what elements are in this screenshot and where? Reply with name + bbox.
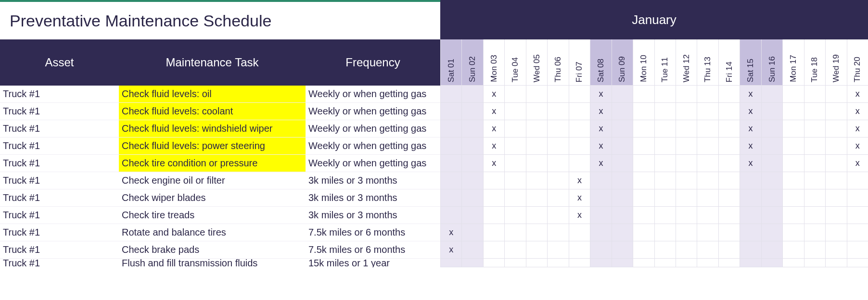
schedule-cell[interactable] [526,86,547,103]
schedule-cell[interactable] [547,103,568,120]
schedule-cell[interactable] [569,224,590,241]
schedule-cell[interactable] [740,241,761,259]
cell-task[interactable]: Check fluid levels: power steering [119,138,306,155]
schedule-cell[interactable] [569,259,590,267]
schedule-cell[interactable] [612,172,633,189]
cell-freq[interactable]: Weekly or when getting gas [306,138,440,155]
schedule-cell[interactable] [483,241,504,259]
schedule-cell[interactable] [461,224,483,241]
schedule-cell[interactable] [825,138,846,155]
schedule-cell[interactable] [697,138,718,155]
schedule-cell[interactable] [633,120,654,138]
schedule-cell[interactable] [612,103,633,120]
schedule-cell[interactable] [718,241,740,259]
schedule-cell[interactable] [761,241,782,259]
schedule-cell[interactable]: x [569,172,590,189]
schedule-cell[interactable] [804,259,825,267]
cell-asset[interactable]: Truck #1 [0,120,119,138]
schedule-cell[interactable] [654,86,676,103]
schedule-cell[interactable] [676,120,697,138]
schedule-cell[interactable] [825,241,846,259]
schedule-cell[interactable] [761,138,782,155]
schedule-cell[interactable] [654,259,676,267]
schedule-cell[interactable] [612,155,633,172]
schedule-cell[interactable] [804,155,825,172]
schedule-cell[interactable] [612,86,633,103]
schedule-cell[interactable] [461,120,483,138]
schedule-cell[interactable] [782,207,804,224]
schedule-cell[interactable] [782,120,804,138]
schedule-cell[interactable] [547,138,568,155]
schedule-cell[interactable] [526,138,547,155]
schedule-cell[interactable] [440,172,461,189]
cell-freq[interactable]: 15k miles or 1 year [306,259,440,267]
schedule-cell[interactable] [547,86,568,103]
schedule-cell[interactable] [654,172,676,189]
schedule-cell[interactable] [825,224,846,241]
schedule-cell[interactable] [718,138,740,155]
schedule-cell[interactable] [590,224,611,241]
schedule-cell[interactable]: x [590,120,611,138]
schedule-cell[interactable] [547,224,568,241]
cell-asset[interactable]: Truck #1 [0,259,119,267]
schedule-cell[interactable] [654,155,676,172]
schedule-cell[interactable] [804,103,825,120]
schedule-cell[interactable] [654,138,676,155]
schedule-cell[interactable] [782,224,804,241]
schedule-cell[interactable]: x [483,138,504,155]
schedule-cell[interactable] [654,103,676,120]
schedule-cell[interactable] [504,138,525,155]
schedule-cell[interactable] [590,189,611,207]
schedule-cell[interactable] [590,172,611,189]
schedule-cell[interactable] [633,189,654,207]
schedule-cell[interactable] [847,172,868,189]
schedule-cell[interactable] [825,189,846,207]
schedule-cell[interactable] [547,241,568,259]
schedule-cell[interactable] [547,189,568,207]
schedule-cell[interactable]: x [483,103,504,120]
schedule-cell[interactable] [547,155,568,172]
schedule-cell[interactable] [440,120,461,138]
schedule-cell[interactable]: x [740,103,761,120]
cell-asset[interactable]: Truck #1 [0,241,119,259]
schedule-cell[interactable] [569,86,590,103]
schedule-cell[interactable] [633,259,654,267]
schedule-cell[interactable] [676,241,697,259]
schedule-cell[interactable] [761,207,782,224]
schedule-cell[interactable] [461,138,483,155]
schedule-cell[interactable] [547,120,568,138]
schedule-cell[interactable] [697,172,718,189]
cell-asset[interactable]: Truck #1 [0,138,119,155]
schedule-cell[interactable] [782,189,804,207]
schedule-cell[interactable] [718,86,740,103]
schedule-cell[interactable] [676,103,697,120]
schedule-cell[interactable] [654,189,676,207]
schedule-cell[interactable]: x [590,138,611,155]
schedule-cell[interactable]: x [847,138,868,155]
schedule-cell[interactable] [718,103,740,120]
schedule-cell[interactable] [590,241,611,259]
schedule-cell[interactable]: x [590,155,611,172]
schedule-cell[interactable] [612,241,633,259]
schedule-cell[interactable] [590,259,611,267]
schedule-cell[interactable] [633,155,654,172]
schedule-cell[interactable] [504,103,525,120]
cell-freq[interactable]: 3k miles or 3 months [306,207,440,224]
schedule-cell[interactable] [676,259,697,267]
cell-asset[interactable]: Truck #1 [0,224,119,241]
schedule-cell[interactable] [461,241,483,259]
schedule-cell[interactable]: x [740,86,761,103]
schedule-cell[interactable]: x [740,120,761,138]
schedule-cell[interactable] [612,259,633,267]
schedule-cell[interactable] [654,224,676,241]
schedule-cell[interactable] [697,241,718,259]
cell-freq[interactable]: Weekly or when getting gas [306,120,440,138]
cell-freq[interactable]: 3k miles or 3 months [306,172,440,189]
schedule-cell[interactable] [697,155,718,172]
schedule-cell[interactable] [526,103,547,120]
cell-asset[interactable]: Truck #1 [0,86,119,103]
schedule-cell[interactable] [569,103,590,120]
cell-freq[interactable]: 7.5k miles or 6 months [306,224,440,241]
schedule-cell[interactable] [504,120,525,138]
cell-freq[interactable]: Weekly or when getting gas [306,86,440,103]
